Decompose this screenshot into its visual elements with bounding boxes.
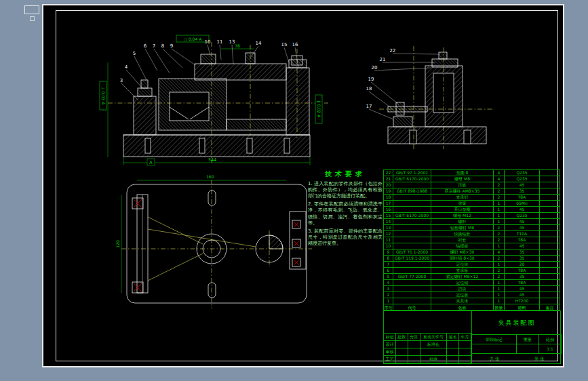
bom-material: Q235 — [505, 212, 540, 218]
bom-no: 14 — [384, 218, 393, 224]
table-row: 15 GB/T 6170-2000 螺母 M12 1 Q235 — [384, 212, 561, 218]
bom-header-code: 代号 — [393, 304, 431, 310]
bom-code — [393, 267, 431, 273]
tb-empty — [459, 348, 471, 356]
bom-remark — [540, 206, 560, 212]
title-block-row: 设计 标准化 — [384, 341, 471, 348]
bom-no: 18 — [384, 194, 393, 200]
bom-qty: 2 — [494, 182, 505, 188]
bom-name: 垫圈 8 — [431, 169, 494, 176]
drawing-sheet: 344 78 160 A ○ 0.04 A ⊥ 0.03 A ∥ 0.02 A — [42, 4, 564, 367]
balloon-label: 22 — [390, 48, 396, 54]
bom-remark — [540, 267, 560, 273]
side-section-view — [388, 52, 486, 144]
bom-qty: 2 — [494, 224, 505, 230]
bom-no: 21 — [384, 176, 393, 182]
bom-material: 35 — [505, 249, 540, 255]
tech-req-item: 2. 零件在装配前必须清理和清洗干净，不得有毛刺、飞边、氧化皮、锈蚀、切屑、油污… — [308, 201, 383, 227]
plan-centerlines — [121, 180, 312, 308]
bom-header-qty: 数量 — [494, 304, 505, 310]
tb-empty — [472, 344, 517, 354]
tb-design: 设计 — [384, 341, 396, 348]
tb-empty — [396, 348, 408, 356]
balloon-label: 11 — [217, 39, 223, 45]
bom-name: 快换钻套 — [431, 230, 494, 237]
plan-view — [127, 184, 307, 303]
bom-remark — [540, 261, 560, 267]
tb-empty — [447, 348, 459, 356]
table-row: 20 压板 2 45 — [384, 182, 561, 188]
table-row: 11 衬套 2 T8A — [384, 237, 561, 243]
balloon-label: 9 — [170, 43, 173, 49]
bom-name: 螺母 M12 — [431, 212, 494, 218]
table-row: 10 钻模板 1 45 — [384, 243, 561, 249]
bom-name: 螺母 M8 — [431, 176, 494, 182]
tb-empty — [408, 356, 420, 363]
bom-remark — [540, 249, 560, 255]
bom-remark — [540, 218, 560, 224]
table-row: 4 定位销 1 T8A — [384, 279, 561, 285]
tb-empty — [408, 348, 420, 356]
table-row: 6 支承板 2 T8A — [384, 267, 561, 273]
table-row: 17 弹簧 1 65Mn — [384, 200, 561, 206]
bom-qty: 1 — [494, 243, 505, 249]
dim-main-top: 78 — [235, 43, 240, 48]
bom-no: 12 — [384, 230, 393, 237]
bom-code — [393, 224, 431, 230]
title-block-row: 工艺 批准 — [384, 356, 471, 363]
bom-material: 45 — [505, 182, 540, 188]
balloon-label: 20 — [372, 65, 378, 71]
tb-scale: 比例 — [539, 335, 562, 344]
bom-qty: 1 — [494, 261, 505, 267]
bom-qty: 2 — [494, 188, 505, 194]
tb-empty — [459, 341, 471, 348]
bom-qty: 1 — [494, 218, 505, 224]
parts-list-table: 22 GB/T 97.1-2002 垫圈 8 4 Q235 21 GB/T 61… — [383, 169, 561, 310]
bom-code: GB/T 97.1-2002 — [393, 169, 431, 176]
bom-material: HT200 — [505, 298, 540, 304]
bom-name: 开口垫圈 — [431, 206, 494, 212]
fcf-2: ⊥ 0.03 A — [101, 87, 106, 105]
table-row: 13 钻套螺钉 M8 2 45 — [384, 224, 561, 230]
balloon-label: 18 — [366, 86, 372, 92]
bom-material: T8A — [505, 279, 540, 285]
bom-header-material: 材料 — [505, 304, 540, 310]
bom-code — [393, 285, 431, 292]
bom-qty: 1 — [494, 200, 505, 206]
title-block-row: 标记 处数 分区 更改文件号 签名 年月日 — [384, 334, 471, 341]
plan-dimensions: 160 120 — [115, 174, 286, 293]
balloon-label: 3 — [120, 78, 123, 83]
bom-code — [393, 182, 431, 188]
bom-header-name: 名称 — [431, 304, 494, 310]
bom-remark — [540, 230, 560, 237]
bom-qty: 4 — [494, 249, 505, 255]
title-block-left: 标记 处数 分区 更改文件号 签名 年月日 设计 标准化 审核 — [384, 311, 472, 363]
bom-remark — [540, 224, 560, 230]
bom-material: T8A — [505, 194, 540, 200]
bom-code — [393, 237, 431, 243]
technical-requirements-title: 技术要求 — [308, 169, 383, 179]
bom-material: 45 — [505, 206, 540, 212]
bom-remark — [540, 169, 560, 176]
bom-remark — [540, 212, 560, 218]
table-row: 9 GB/T 70.1-2000 螺钉 M8×30 4 35 — [384, 249, 561, 255]
sheet-corner-marker — [24, 5, 39, 14]
bom-no: 20 — [384, 182, 393, 188]
bom-name: 支承钉 — [431, 194, 494, 200]
cad-workspace: { "balloons": { "main": ["3","4","5","6"… — [0, 0, 588, 381]
bom-code — [393, 230, 431, 237]
bom-remark — [540, 298, 560, 304]
tb-zone: 分区 — [408, 334, 420, 341]
bom-name: 钻套螺钉 M8 — [431, 224, 494, 230]
bom-name: 定位板 — [431, 292, 494, 298]
bom-remark — [540, 285, 560, 292]
tb-empty — [447, 341, 459, 348]
bom-code — [393, 279, 431, 285]
bom-qty: 2 — [494, 255, 505, 261]
bom-header-remark: 备注 — [540, 304, 560, 310]
bom-material: T8A — [505, 267, 540, 273]
balloon-label: 17 — [366, 104, 372, 109]
balloon-label: 21 — [380, 57, 386, 62]
bom-name: 钻模板 — [431, 243, 494, 249]
tb-empty — [396, 356, 408, 363]
